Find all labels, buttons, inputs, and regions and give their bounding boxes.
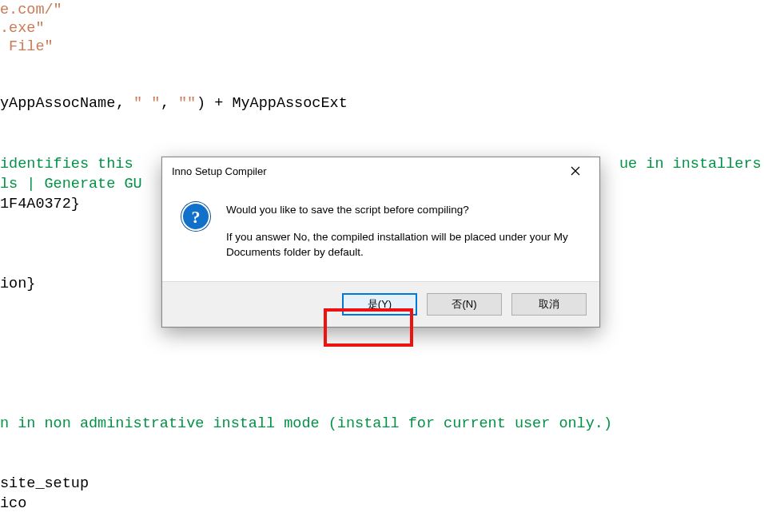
dialog-icon-column: ? <box>181 202 210 260</box>
cancel-button[interactable]: 取消 <box>511 293 587 316</box>
code-l4c: " " <box>133 93 160 113</box>
close-icon <box>571 166 580 176</box>
dialog-button-bar: 是(Y) 否(N) 取消 <box>162 281 599 327</box>
dialog-question: Would you like to save the script before… <box>226 202 580 218</box>
code-l4f: ) + MyAppAssocExt <box>197 93 348 113</box>
dialog-detail: If you answer No, the compiled installat… <box>226 229 580 260</box>
dialog-titlebar: Inno Setup Compiler <box>162 157 599 185</box>
save-script-dialog: Inno Setup Compiler ? Would you like to … <box>161 157 600 328</box>
code-l4d: , <box>161 93 178 113</box>
code-l10: site_setup <box>0 474 89 494</box>
code-l6: ls | Generate GU <box>0 174 142 194</box>
code-l4e: "" <box>178 93 196 113</box>
yes-button[interactable]: 是(Y) <box>342 293 417 316</box>
code-l5a: identifies this <box>0 154 142 174</box>
no-button[interactable]: 否(N) <box>427 293 502 316</box>
dialog-body: ? Would you like to save the script befo… <box>162 185 599 281</box>
code-l4a: yAppAssocName <box>0 93 115 113</box>
code-line-3: File" <box>0 37 54 57</box>
code-l7: 1F4A0372} <box>0 194 80 214</box>
code-l11: ico <box>0 494 26 514</box>
dialog-message-column: Would you like to save the script before… <box>226 202 580 260</box>
code-l9: n in non administrative install mode (in… <box>0 414 612 434</box>
code-line-2: .exe" <box>0 18 45 38</box>
dialog-close-button[interactable] <box>558 160 593 182</box>
code-line-1: e.com/" <box>0 0 62 20</box>
code-l4b: , <box>116 93 133 113</box>
dialog-title: Inno Setup Compiler <box>172 161 558 181</box>
question-icon: ? <box>181 202 210 231</box>
code-l8: ion} <box>0 274 35 294</box>
code-l5b: ue in installers <box>619 154 762 174</box>
